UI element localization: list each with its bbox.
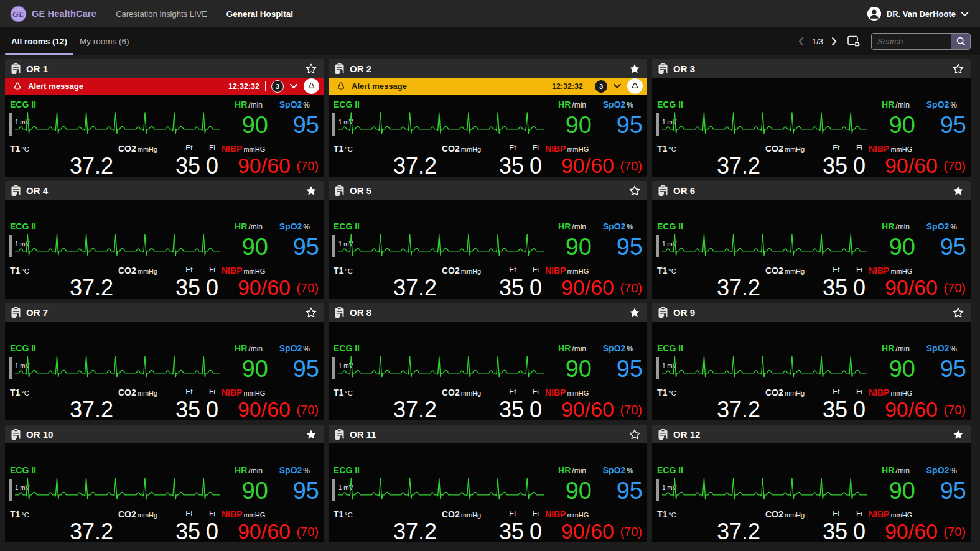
- nibp-metric: NIBPmmHG 90/60 (70): [869, 387, 967, 420]
- t1-metric: T1°C 37.2: [334, 144, 439, 177]
- user-menu[interactable]: DR. Van DerHoote: [867, 6, 969, 21]
- room-card[interactable]: OR 1 Alert message 12:32:32 3: [5, 59, 324, 177]
- favorite-star-icon[interactable]: [306, 307, 317, 318]
- vitals-panel: ECG II 1 mV HR/min 90 SpO2% 95: [329, 95, 647, 177]
- room-card[interactable]: OR 11 Alert message 12:32:32 3: [329, 425, 647, 542]
- tab-my-rooms[interactable]: My rooms (6): [73, 27, 136, 55]
- divider: [589, 81, 589, 91]
- ecg-waveform: [662, 355, 867, 386]
- t1-value: 37.2: [10, 276, 116, 299]
- alert-count-badge: 3: [271, 80, 284, 93]
- favorite-star-icon[interactable]: [306, 63, 317, 74]
- layout-settings-icon[interactable]: [847, 35, 861, 48]
- co2-metric: CO2mmHg Et Fi 35 0: [763, 387, 869, 420]
- nibp-unit: mmHG: [243, 389, 265, 397]
- favorite-star-icon[interactable]: [306, 185, 317, 196]
- favorite-star-icon[interactable]: [629, 429, 640, 440]
- co2-et-label: Et: [499, 266, 526, 276]
- room-clipboard-icon: [658, 63, 668, 75]
- search-input[interactable]: [872, 34, 951, 49]
- spo2-metric: SpO2% 95: [594, 98, 643, 144]
- co2-fi-label: Fi: [850, 387, 869, 397]
- page-next-icon[interactable]: [831, 37, 837, 46]
- vitals-panel: ECG II 1 mV HR/min 90 SpO2% 95: [5, 460, 324, 542]
- co2-metric: CO2mmHg Et Fi 35 0: [116, 509, 222, 542]
- vitals-panel: ECG II 1 mV HR/min 90 SpO2% 95: [652, 338, 971, 420]
- alert-bell-button[interactable]: [627, 78, 643, 94]
- ecg-lead-label: ECG II: [10, 220, 222, 231]
- nibp-mean-value: (70): [943, 277, 966, 299]
- spo2-metric: SpO2% 95: [917, 220, 967, 266]
- co2-fi-label: Fi: [203, 509, 222, 519]
- co2-metric: CO2mmHg Et Fi 35 0: [763, 509, 869, 542]
- room-card[interactable]: OR 7 Alert message 12:32:32 3: [5, 303, 324, 420]
- alert-chevron-down-icon[interactable]: [613, 83, 622, 89]
- alert-message: Alert message: [28, 81, 83, 91]
- hr-label: HR: [235, 100, 247, 109]
- room-card[interactable]: OR 10 Alert message 12:32:32 3: [5, 425, 324, 542]
- hr-value: 90: [545, 356, 594, 381]
- co2-fi-label: Fi: [850, 144, 869, 154]
- room-card[interactable]: OR 5 Alert message 12:32:32 3: [329, 181, 647, 299]
- room-card[interactable]: OR 4 Alert message 12:32:32 3: [5, 181, 324, 299]
- favorite-star-icon[interactable]: [629, 185, 640, 196]
- nibp-value: 90/60: [885, 397, 938, 420]
- hr-metric: HR/min 90: [222, 98, 270, 144]
- search-button[interactable]: [951, 34, 970, 49]
- spo2-label: SpO2: [926, 221, 950, 231]
- co2-fi-value: 0: [526, 154, 545, 177]
- room-card[interactable]: OR 2 Alert message 12:32:32 3: [329, 59, 647, 177]
- co2-et-label: Et: [175, 266, 203, 276]
- favorite-star-icon[interactable]: [953, 429, 964, 440]
- co2-et-value: 35: [166, 276, 200, 299]
- hr-unit: /min: [248, 345, 263, 353]
- room-card[interactable]: OR 6 Alert message 12:32:32 3: [652, 181, 971, 299]
- favorite-star-icon[interactable]: [953, 185, 964, 196]
- room-card[interactable]: OR 9 Alert message 12:32:32 3: [652, 303, 971, 420]
- room-card-header: OR 4: [5, 181, 324, 200]
- nibp-metric: NIBPmmHG 90/60 (70): [545, 144, 643, 177]
- page-prev-icon[interactable]: [798, 37, 804, 46]
- hr-unit: /min: [895, 345, 910, 353]
- co2-metric: CO2mmHg Et Fi 35 0: [763, 144, 869, 177]
- room-card[interactable]: OR 3 Alert message 12:32:32 3: [652, 59, 971, 177]
- svg-text:GE: GE: [12, 9, 24, 19]
- alert-bell-button[interactable]: [304, 78, 319, 94]
- co2-et-label: Et: [175, 387, 203, 397]
- ecg-section: ECG II 1 mV: [334, 98, 545, 144]
- co2-fi-value: 0: [526, 520, 545, 542]
- hr-unit: /min: [248, 466, 263, 475]
- favorite-star-icon[interactable]: [953, 63, 964, 74]
- nibp-mean-value: (70): [296, 399, 319, 420]
- nibp-metric: NIBPmmHG 90/60 (70): [545, 387, 643, 420]
- tab-all-rooms[interactable]: All rooms (12): [5, 27, 73, 55]
- favorite-star-icon[interactable]: [953, 307, 964, 318]
- ecg-lead-label: ECG II: [334, 341, 545, 353]
- alert-chevron-down-icon[interactable]: [289, 83, 298, 89]
- favorite-star-icon[interactable]: [629, 63, 640, 74]
- nibp-unit: mmHG: [243, 511, 265, 519]
- favorite-star-icon[interactable]: [306, 429, 317, 440]
- room-card[interactable]: OR 12 Alert message 12:32:32 3: [652, 425, 971, 542]
- ecg-scale-bar: [332, 235, 335, 257]
- co2-label: CO2: [442, 266, 460, 276]
- t1-label: T1: [657, 509, 667, 519]
- alert-bar[interactable]: Alert message 12:32:32 3: [329, 78, 647, 95]
- co2-et-label: Et: [823, 509, 850, 519]
- spo2-value: 95: [594, 234, 643, 259]
- vitals-panel: ECG II 1 mV HR/min 90 SpO2% 95: [652, 460, 971, 542]
- alert-bar[interactable]: Alert message 12:32:32 3: [5, 78, 324, 95]
- favorite-star-icon[interactable]: [629, 307, 640, 318]
- spo2-label: SpO2: [926, 465, 950, 475]
- hr-metric: HR/min 90: [222, 341, 270, 387]
- room-clipboard-icon: [658, 428, 668, 440]
- co2-metric: CO2mmHg Et Fi 35 0: [439, 387, 545, 420]
- co2-fi-label: Fi: [203, 387, 222, 397]
- t1-unit: °C: [668, 146, 676, 153]
- room-card[interactable]: OR 8 Alert message 12:32:32 3: [329, 303, 647, 420]
- ecg-section: ECG II 1 mV: [334, 341, 545, 387]
- co2-et-value: 35: [166, 398, 200, 420]
- co2-unit: mmHg: [138, 511, 157, 519]
- spo2-value: 95: [594, 113, 643, 137]
- spo2-label: SpO2: [603, 343, 626, 353]
